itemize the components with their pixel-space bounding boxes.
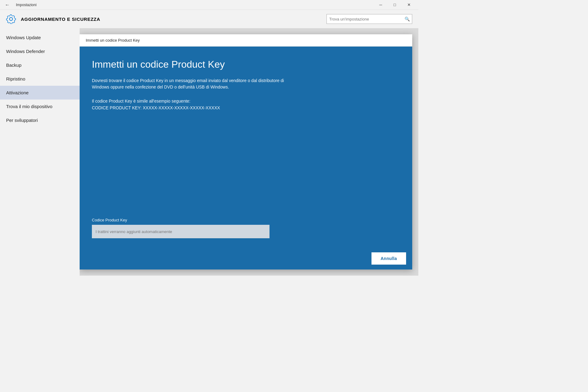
maximize-button[interactable]: □ xyxy=(388,0,402,10)
sidebar-item-label: Backup xyxy=(6,62,21,68)
dialog-description: Dovresti trovare il codice Product Key i… xyxy=(92,77,300,90)
sidebar-item-attivazione[interactable]: Attivazione xyxy=(0,86,80,100)
gear-icon xyxy=(6,14,16,24)
sidebar-item-label: Ripristino xyxy=(6,76,25,81)
sidebar-item-windows-defender[interactable]: Windows Defender xyxy=(0,44,80,58)
app-header: Aggiornamento e sicurezza 🔍 xyxy=(0,10,418,28)
sidebar-item-label: Per sviluppatori xyxy=(6,118,38,123)
titlebar-left: ← Impostazioni xyxy=(2,1,36,9)
search-icon[interactable]: 🔍 xyxy=(402,14,412,24)
dialog-heading: Immetti un codice Product Key xyxy=(92,59,400,70)
app-header-left: Aggiornamento e sicurezza xyxy=(6,14,100,24)
sidebar-item-label: Trova il mio dispositivo xyxy=(6,104,52,109)
dialog-example-line1: Il codice Product Key è simile all'esemp… xyxy=(92,98,400,104)
dialog-titlebar-text: Immetti un codice Product Key xyxy=(86,38,140,43)
sidebar-item-label: Windows Update xyxy=(6,35,41,40)
sidebar-item-label: Attivazione xyxy=(6,90,28,95)
dialog-example-line2: CODICE PRODUCT KEY: XXXXX-XXXXX-XXXXX-XX… xyxy=(92,104,400,111)
minimize-button[interactable]: ─ xyxy=(374,0,388,10)
dialog-example: Il codice Product Key è simile all'esemp… xyxy=(92,98,400,111)
main-layout: Windows Update Windows Defender Backup R… xyxy=(0,28,418,276)
back-button[interactable]: ← xyxy=(2,1,12,9)
dialog-input-section: Codice Product Key xyxy=(92,218,400,238)
sidebar-item-windows-update[interactable]: Windows Update xyxy=(0,31,80,44)
sidebar-item-label: Windows Defender xyxy=(6,49,45,54)
close-button[interactable]: ✕ xyxy=(402,0,416,10)
dialog-titlebar: Immetti un codice Product Key xyxy=(80,34,412,47)
search-box[interactable]: 🔍 xyxy=(326,14,412,24)
sidebar-item-trova-dispositivo[interactable]: Trova il mio dispositivo xyxy=(0,100,80,113)
cancel-button[interactable]: Annulla xyxy=(371,252,406,265)
sidebar-item-per-sviluppatori[interactable]: Per sviluppatori xyxy=(0,113,80,127)
sidebar: Windows Update Windows Defender Backup R… xyxy=(0,28,80,276)
product-key-dialog: Immetti un codice Product Key Immetti un… xyxy=(80,34,412,270)
dialog-spacer xyxy=(92,111,400,212)
sidebar-item-backup[interactable]: Backup xyxy=(0,58,80,72)
content-area: Immetti un codice Product Key Immetti un… xyxy=(80,28,418,276)
dialog-input-label: Codice Product Key xyxy=(92,218,400,222)
sidebar-item-ripristino[interactable]: Ripristino xyxy=(0,72,80,86)
search-input[interactable] xyxy=(327,17,402,21)
titlebar-controls: ─ □ ✕ xyxy=(374,0,416,10)
titlebar-title: Impostazioni xyxy=(16,3,36,7)
dialog-body: Immetti un codice Product Key Dovresti t… xyxy=(80,47,412,247)
app-title: Aggiornamento e sicurezza xyxy=(21,17,100,22)
dialog-footer: Annulla xyxy=(80,247,412,270)
product-key-input[interactable] xyxy=(92,225,270,238)
titlebar: ← Impostazioni ─ □ ✕ xyxy=(0,0,418,10)
